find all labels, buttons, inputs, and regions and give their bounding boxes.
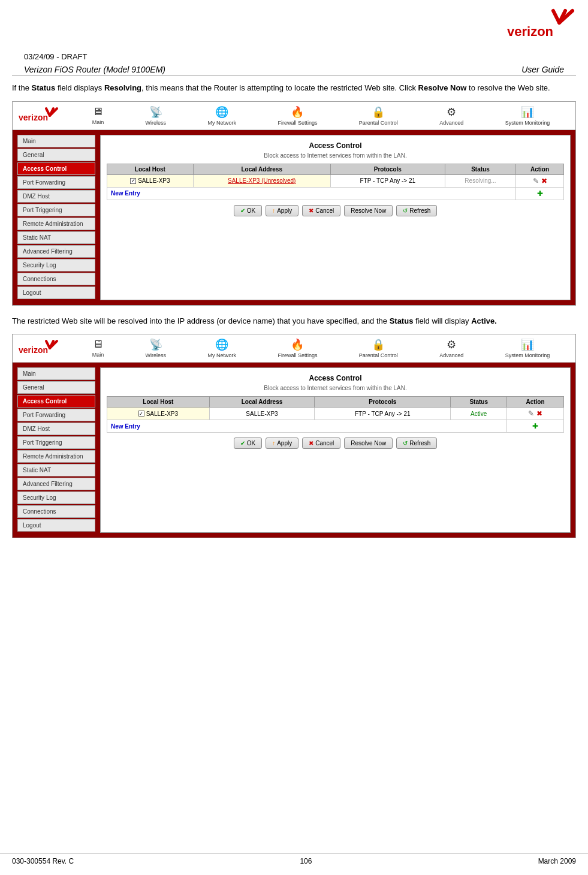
section1-text: If the Status field displays Resolving, … [12,82,576,94]
cancel-button-2[interactable]: ✖ Cancel [302,437,340,449]
delete-icon-2[interactable]: ✖ [536,409,542,418]
nav-main-label: Main [92,119,104,125]
sidebar-main-1[interactable]: Main [17,135,95,147]
footer-center: 106 [300,857,312,865]
sidebar-logout-2[interactable]: Logout [17,519,95,532]
nav-tab-sysmon-2[interactable]: 📊 System Monitoring [500,337,555,360]
nav-mynetwork-label: My Network [208,120,237,126]
sidebar-security-log-1[interactable]: Security Log [17,259,95,271]
ok-button-1[interactable]: ✔ OK [234,205,262,216]
edit-icon-2[interactable]: ✎ [528,409,534,418]
add-icon-2[interactable]: ✚ [532,422,538,430]
sidebar-general-2[interactable]: General [17,381,95,394]
refresh-button-1[interactable]: ↺ Refresh [396,205,437,216]
col-protocols-1: Protocols [330,164,445,174]
firewall-icon: 🔥 [291,105,304,119]
nav-tab-mynetwork-2[interactable]: 🌐 My Network [203,337,242,360]
wireless-icon: 📡 [149,105,162,119]
sidebar-remote-admin-2[interactable]: Remote Administration [17,450,95,463]
sidebar-static-nat-2[interactable]: Static NAT [17,464,95,476]
sidebar-security-log-2[interactable]: Security Log [17,491,95,504]
refresh-icon-1: ↺ [403,207,408,214]
nav-tab-wireless[interactable]: 📡 Wireless [141,104,171,127]
nav-tab-advanced[interactable]: ⚙ Advanced [435,104,468,127]
nav-tab-main-2[interactable]: 🖥 Main [88,337,109,360]
nav-tab-advanced-2[interactable]: ⚙ Advanced [435,337,468,360]
nav-tab-main[interactable]: 🖥 Main [88,104,109,127]
nav-tab-mynetwork[interactable]: 🌐 My Network [203,104,242,127]
svg-text:verizon: verizon [507,24,553,39]
sidebar-main-2[interactable]: Main [17,367,95,380]
sidebar-dmz-2[interactable]: DMZ Host [17,423,95,435]
resolving-bold: Resolving [104,83,141,92]
nav-tab-parental[interactable]: 🔒 Parental Control [354,104,403,127]
sidebar-dmz-1[interactable]: DMZ Host [17,190,95,203]
footer-right: March 2009 [538,857,576,865]
new-entry-label-1[interactable]: New Entry [107,187,516,200]
apply-icon-1: ↑ [272,207,275,214]
sidebar-access-control-1[interactable]: Access Control [17,162,95,175]
status-active-2: Active [471,411,487,417]
main-icon: 🖥 [92,105,103,118]
refresh-label-1: Refresh [409,207,430,214]
parental-icon: 🔒 [372,105,385,119]
sidebar-access-control-2[interactable]: Access Control [17,395,95,408]
advanced-icon: ⚙ [447,105,456,119]
page-footer: 030-300554 Rev. C 106 March 2009 [0,853,588,869]
apply-button-1[interactable]: ↑ Apply [266,205,298,216]
router-nav-tabs-1: 🖥 Main 📡 Wireless 🌐 My Network 🔥 Firewal… [71,104,571,127]
sidebar-port-forwarding-2[interactable]: Port Forwarding [17,409,95,421]
resolve-button-2[interactable]: Resolve Now [344,437,393,449]
active-bold: Active. [471,316,497,325]
router-logo-1: verizon [17,106,59,125]
router-topbar-2: verizon 🖥 Main 📡 Wireless 🌐 My Network 🔥 [13,334,575,363]
router-main-title-1: Access Control [107,141,564,150]
doc-title: Verizon FiOS Router (Model 9100EM) [24,65,165,74]
resolve-button-1[interactable]: Resolve Now [344,205,393,216]
ok-button-2[interactable]: ✔ OK [234,437,262,449]
router-main-1: Access Control Block access to Internet … [100,135,571,300]
cell-hostname-1: SALLE-XP3 [138,177,170,184]
cell-hostname-2: SALLE-XP3 [146,411,178,417]
row-checkbox-1[interactable]: ✓ [130,178,136,184]
sidebar-port-forwarding-1[interactable]: Port Forwarding [17,176,95,189]
new-entry-label-2[interactable]: New Entry [107,420,507,433]
row-checkbox-2[interactable]: ✓ [138,411,144,417]
nav-tab-sysmon[interactable]: 📊 System Monitoring [500,104,555,127]
router-main-2: Access Control Block access to Internet … [100,367,571,533]
sidebar-static-nat-1[interactable]: Static NAT [17,231,95,244]
sidebar-connections-2[interactable]: Connections [17,505,95,518]
sidebar-adv-filter-2[interactable]: Advanced Filtering [17,478,95,490]
sidebar-general-1[interactable]: General [17,149,95,161]
router-topbar-1: verizon 🖥 Main 📡 Wireless 🌐 My Network 🔥 [13,102,575,130]
nav-wireless-label-2: Wireless [146,352,167,358]
new-entry-add-2: ✚ [507,420,564,433]
sidebar-port-trigger-2[interactable]: Port Triggering [17,436,95,449]
cancel-label-2: Cancel [315,440,334,446]
apply-button-2[interactable]: ↑ Apply [266,437,298,449]
ok-label-2: OK [247,440,255,446]
sidebar-adv-filter-1[interactable]: Advanced Filtering [17,245,95,258]
svg-text:verizon: verizon [19,345,48,355]
cancel-button-1[interactable]: ✖ Cancel [302,205,340,216]
nav-tab-firewall[interactable]: 🔥 Firewall Settings [273,104,322,127]
edit-icon-1[interactable]: ✎ [533,177,539,185]
router-main-title-2: Access Control [107,374,564,382]
delete-icon-1[interactable]: ✖ [541,177,547,185]
cell-protocols-1: FTP - TCP Any -> 21 [330,174,445,187]
nav-tab-firewall-2[interactable]: 🔥 Firewall Settings [273,337,322,360]
refresh-button-2[interactable]: ↺ Refresh [396,437,437,449]
col-status-2: Status [451,397,507,408]
router-screenshot-1: verizon 🖥 Main 📡 Wireless 🌐 My Network 🔥 [12,101,576,306]
sidebar-port-trigger-1[interactable]: Port Triggering [17,204,95,216]
add-icon-1[interactable]: ✚ [537,189,543,198]
section2-text: The restricted Web site will be resolved… [12,315,576,327]
cancel-icon-1: ✖ [309,207,313,214]
new-entry-row-1: New Entry ✚ [107,187,564,200]
nav-tab-parental-2[interactable]: 🔒 Parental Control [354,337,403,360]
sidebar-logout-1[interactable]: Logout [17,286,95,299]
sidebar-connections-1[interactable]: Connections [17,273,95,285]
sidebar-remote-admin-1[interactable]: Remote Administration [17,218,95,230]
nav-tab-wireless-2[interactable]: 📡 Wireless [141,337,171,360]
col-local-host-1: Local Host [107,164,194,174]
